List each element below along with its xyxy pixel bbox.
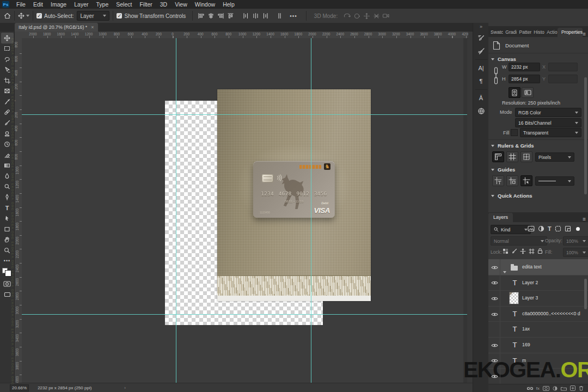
menu-filter[interactable]: Filter [136, 0, 156, 9]
move-tool-preset[interactable] [18, 13, 29, 19]
layer-row-group[interactable]: edita text [488, 259, 588, 275]
tab-swatches[interactable]: Swatc [488, 28, 503, 37]
layer-style-fx-icon[interactable]: fx [536, 386, 540, 391]
layer-filter-toggle[interactable] [576, 227, 580, 231]
new-group-icon[interactable] [561, 386, 567, 391]
visibility-eye-icon[interactable] [491, 296, 497, 300]
layer-row[interactable]: T c8a0000000..<<<<<<<<0 d [488, 306, 588, 322]
align-top-button[interactable] [225, 11, 235, 21]
type-layer-thumbnail[interactable]: T [510, 340, 519, 350]
3d-slide-icon[interactable] [371, 11, 381, 21]
filter-type-layers-icon[interactable]: T [548, 225, 552, 232]
quick-actions-section-header[interactable]: Quick Actions [491, 193, 532, 199]
menu-help[interactable]: Help [219, 0, 238, 9]
credit-card[interactable]: ♞ 1234467890123456 08/11 - 11/19 Debit V… [253, 161, 335, 218]
fill-dropdown[interactable]: Transparent [520, 128, 581, 137]
properties-scrollbar[interactable] [584, 77, 587, 194]
edit-guides-button[interactable] [520, 175, 532, 186]
tab-history[interactable]: Histo [531, 28, 544, 37]
link-dimensions-icon[interactable] [493, 66, 499, 85]
guides-section-header[interactable]: Guides [491, 167, 515, 173]
panel-menu-icon[interactable]: ≡ [583, 217, 586, 222]
lock-artboard-icon[interactable] [529, 248, 535, 254]
bit-depth-dropdown[interactable]: 16 Bits/Channel [515, 118, 581, 127]
home-button[interactable] [4, 13, 11, 19]
3d-roll-icon[interactable] [352, 11, 362, 21]
toggle-rulers-button[interactable] [492, 151, 504, 162]
align-left-button[interactable] [196, 11, 206, 21]
distribute-spacing-button[interactable] [274, 11, 284, 21]
toggle-smart-guides-button[interactable] [506, 175, 518, 186]
status-chevron-icon[interactable]: › [124, 385, 126, 390]
tab-patterns[interactable]: Patter [517, 28, 531, 37]
type-layer-thumbnail[interactable]: T [510, 278, 519, 288]
lock-all-icon[interactable] [537, 248, 543, 254]
distribute-right-button[interactable] [260, 11, 270, 21]
guide-style-dropdown[interactable] [535, 176, 574, 186]
layer-row[interactable]: Layer 3 [488, 290, 588, 307]
layer-fill-field[interactable]: 100% [563, 248, 588, 257]
type-layer-thumbnail[interactable]: T [510, 309, 519, 319]
add-mask-icon[interactable] [543, 386, 549, 391]
canvas-scrollbar[interactable] [463, 38, 467, 383]
menu-edit[interactable]: Edit [29, 0, 47, 9]
auto-select-target-dropdown[interactable]: Layer [77, 11, 109, 21]
blend-mode-dropdown[interactable]: Normal [491, 236, 547, 246]
menu-window[interactable]: Window [191, 0, 219, 9]
menu-file[interactable]: File [13, 0, 29, 9]
lock-position-icon[interactable] [520, 248, 526, 254]
visibility-eye-icon[interactable] [491, 265, 497, 269]
menu-3d[interactable]: 3D [156, 0, 171, 9]
auto-select-checkbox[interactable]: ✓ [36, 13, 42, 19]
image-layer-thumbnail[interactable] [509, 292, 519, 304]
width-field[interactable]: 2232 px [509, 63, 540, 71]
visibility-eye-icon[interactable] [491, 312, 497, 316]
tab-properties[interactable]: Properties [558, 28, 583, 37]
filter-adjustment-layers-icon[interactable] [538, 225, 544, 232]
align-center-h-button[interactable] [206, 11, 216, 21]
align-right-button[interactable] [216, 11, 225, 21]
adjustment-layer-icon[interactable] [553, 386, 558, 391]
3d-camera-icon[interactable] [381, 11, 391, 21]
visibility-eye-icon[interactable] [491, 280, 497, 284]
layer-row[interactable]: T 169 [488, 337, 588, 353]
layer-row[interactable]: T 1ax [488, 321, 588, 338]
delete-layer-icon[interactable] [579, 385, 584, 391]
layer-filter-kind-dropdown[interactable]: Kind [491, 225, 531, 234]
paragraph-panel-icon[interactable]: ¶ [475, 75, 488, 88]
ruler-units-dropdown[interactable]: Pixels [535, 152, 574, 162]
expand-panels-icon[interactable]: » [480, 24, 482, 29]
canvas-viewport[interactable]: ♞ 1234467890123456 08/11 - 11/19 Debit V… [22, 38, 467, 383]
new-layer-icon[interactable] [570, 385, 575, 391]
menu-layer[interactable]: Layer [70, 0, 92, 9]
menu-type[interactable]: Type [92, 0, 112, 9]
libraries-panel-icon[interactable] [475, 105, 488, 118]
more-options-button[interactable]: ••• [290, 13, 297, 19]
visibility-eye-icon[interactable] [491, 343, 497, 347]
menu-select[interactable]: Select [112, 0, 136, 9]
layers-scrollbar[interactable] [584, 279, 587, 309]
tab-layers[interactable]: Layers [488, 213, 513, 222]
color-mode-dropdown[interactable]: RGB Color [515, 108, 581, 117]
filter-smart-objects-icon[interactable] [565, 225, 571, 232]
fill-swatch[interactable] [511, 129, 518, 136]
lock-transparency-icon[interactable] [503, 248, 509, 254]
3d-orbit-icon[interactable] [342, 11, 352, 21]
canvas-section-header[interactable]: Canvas [491, 56, 516, 62]
guide-vertical-1[interactable] [176, 38, 176, 383]
document-tab[interactable]: Italy id.psd @ 20.7% (RGB/16) * × [15, 23, 98, 32]
expander-chevron-icon[interactable] [503, 266, 506, 275]
show-transform-checkbox[interactable]: ✓ [117, 13, 122, 19]
brush-settings-icon[interactable] [475, 32, 488, 45]
toggle-grid-button[interactable] [506, 151, 518, 162]
toggle-guides-button[interactable] [492, 175, 504, 186]
distribute-left-button[interactable] [241, 11, 250, 21]
menu-image[interactable]: Image [47, 0, 70, 9]
vertical-ruler[interactable]: 8006004002000200400600800100012001400160… [15, 38, 22, 383]
opacity-field[interactable]: 100% [563, 236, 588, 246]
link-layers-icon[interactable] [527, 386, 533, 391]
character-panel-icon[interactable]: A| [475, 62, 488, 75]
type-layer-thumbnail[interactable]: T [510, 324, 519, 334]
3d-pan-icon[interactable] [362, 11, 371, 21]
guide-vertical-2[interactable] [311, 38, 311, 383]
